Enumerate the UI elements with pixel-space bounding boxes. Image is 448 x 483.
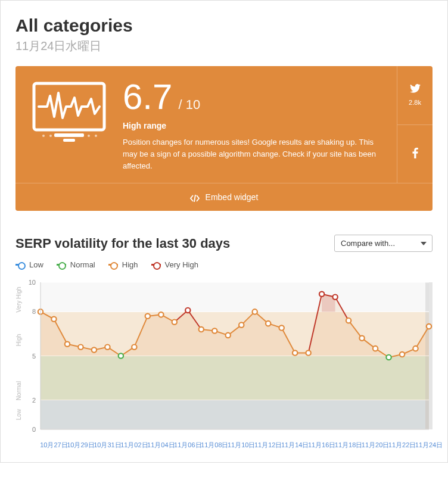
embed-widget-button[interactable]: Embed widget [15,183,433,211]
svg-point-6 [95,135,97,137]
svg-point-59 [145,314,150,319]
score-card: 6.7 / 10 High range Position changes for… [15,66,433,211]
svg-point-66 [239,323,244,328]
svg-point-80 [427,324,431,329]
svg-point-53 [65,342,70,347]
svg-point-77 [386,355,391,360]
svg-text:8: 8 [32,309,36,316]
page-title: All categories [15,15,433,36]
svg-text:2: 2 [32,397,36,404]
svg-text:10: 10 [29,279,36,286]
svg-point-75 [359,336,364,341]
svg-point-76 [373,346,378,351]
svg-point-4 [49,135,52,137]
svg-point-62 [185,308,190,313]
svg-point-67 [253,310,257,314]
svg-point-5 [88,135,90,137]
page-subtitle: 11月24日水曜日 [15,38,433,54]
svg-point-70 [293,351,297,356]
svg-point-55 [92,348,97,353]
svg-point-61 [172,320,177,325]
section-title: SERP volatility for the last 30 days [15,236,230,251]
svg-point-74 [346,318,351,323]
svg-point-69 [279,326,284,331]
svg-point-3 [42,135,45,137]
svg-point-71 [306,351,310,356]
svg-point-57 [119,354,123,359]
share-facebook-button[interactable] [397,124,433,183]
code-icon [190,195,200,202]
svg-point-60 [158,313,163,317]
svg-point-79 [413,346,418,351]
svg-point-68 [266,321,270,326]
share-twitter-button[interactable]: 2.8k [397,66,433,124]
score-value: 6.7 [123,76,172,117]
svg-text:0: 0 [32,426,36,433]
svg-point-56 [105,345,110,350]
svg-point-64 [212,329,217,334]
svg-point-72 [319,292,324,297]
chart-legend: Low Normal High Very High [15,260,433,269]
volatility-chart: 025810 10月27日10月29日10月31日11月02日11月04日11月… [15,278,433,450]
monitor-waveform-icon [30,81,108,144]
facebook-icon [412,148,418,161]
compare-select[interactable]: Compare with... [334,235,433,252]
svg-point-54 [78,345,83,350]
legend-very-high: Very High [151,260,198,269]
legend-normal: Normal [57,260,95,269]
svg-rect-1 [54,133,84,137]
legend-low: Low [15,260,43,269]
legend-high: High [108,260,138,269]
score-description: Position changes for numerous sites! Goo… [123,136,385,172]
svg-point-65 [226,333,231,338]
svg-point-58 [132,345,136,350]
svg-rect-2 [63,139,75,142]
twitter-share-count: 2.8k [409,99,421,106]
svg-rect-10 [41,282,429,311]
twitter-icon [410,84,421,95]
svg-point-78 [400,352,405,357]
score-range-label: High range [123,121,385,130]
svg-text:5: 5 [32,353,36,360]
embed-widget-label: Embed widget [206,192,259,202]
svg-point-52 [51,317,56,322]
svg-point-73 [332,295,337,300]
score-denominator: / 10 [178,97,200,113]
svg-point-63 [199,327,204,332]
